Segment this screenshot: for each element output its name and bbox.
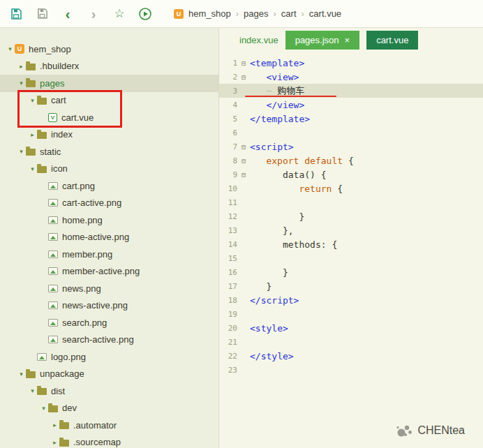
chevron-down-icon[interactable]: ▾ xyxy=(28,165,37,172)
line-number: 12 xyxy=(219,212,237,221)
code-line-22[interactable]: 22</style> xyxy=(219,349,483,363)
tree-item-.automator[interactable]: ▸.automator xyxy=(0,417,218,434)
chevron-right-icon[interactable]: ▸ xyxy=(50,421,59,428)
tree-item-cart[interactable]: ▾cart xyxy=(0,92,218,110)
forward-icon[interactable]: › xyxy=(86,6,101,22)
code-line-18[interactable]: 18</script> xyxy=(219,293,483,307)
line-number: 9 xyxy=(219,170,237,179)
code-line-21[interactable]: 21 xyxy=(219,335,483,349)
tree-item-static[interactable]: ▾static xyxy=(0,143,218,160)
code-line-6[interactable]: 6 xyxy=(219,126,483,140)
code-line-11[interactable]: 11 xyxy=(219,195,483,209)
code-line-content: </view> xyxy=(250,100,304,110)
chevron-down-icon[interactable]: ▾ xyxy=(28,97,37,104)
code-line-23[interactable]: 23 xyxy=(219,363,483,377)
back-icon[interactable]: ‹ xyxy=(60,6,75,22)
line-number: 5 xyxy=(219,114,237,124)
tab-pages.json[interactable]: pages.json× xyxy=(285,31,359,50)
chevron-down-icon[interactable]: ▾ xyxy=(17,148,26,155)
tree-item-cart-active.png[interactable]: cart-active.png xyxy=(0,195,218,212)
breadcrumb-item-cart[interactable]: cart xyxy=(281,8,297,19)
code-line-17[interactable]: 17} xyxy=(219,279,483,293)
tree-item-unpackage[interactable]: ▾unpackage xyxy=(0,366,218,383)
breadcrumb-item-pages[interactable]: pages xyxy=(244,8,268,19)
code-line-14[interactable]: 14methods: { xyxy=(219,237,483,251)
chevron-right-icon[interactable]: ▸ xyxy=(50,439,59,446)
tree-item-label: search.png xyxy=(62,318,107,328)
tree-item-dist[interactable]: ▾dist xyxy=(0,382,218,400)
chevron-right-icon[interactable]: ▸ xyxy=(28,131,37,138)
folder-icon xyxy=(59,422,69,429)
tree-item-cart.vue[interactable]: Vcart.vue xyxy=(0,109,218,126)
tree-item-news.png[interactable]: news.png xyxy=(0,280,218,297)
line-number: 18 xyxy=(219,296,237,305)
code-line-20[interactable]: 20<style> xyxy=(219,321,483,335)
tree-item-.hbuilderx[interactable]: ▸.hbuilderx xyxy=(0,58,218,75)
save-all-icon[interactable] xyxy=(34,6,50,22)
chevron-down-icon[interactable]: ▾ xyxy=(17,80,26,87)
chevron-down-icon[interactable]: ▾ xyxy=(39,405,48,412)
hbuilderx-window: ‹ › ☆ U hem_shop›pages›cart›cart.vue ▾Uh… xyxy=(0,0,483,448)
tab-label: pages.json xyxy=(295,35,339,45)
fold-marker-icon[interactable]: ⊟ xyxy=(237,157,250,165)
close-tab-icon[interactable]: × xyxy=(345,35,350,45)
fold-marker-icon[interactable]: ⊟ xyxy=(237,73,250,81)
code-line-content: methods: { xyxy=(250,239,337,250)
code-line-3[interactable]: 3— 购物车 xyxy=(219,84,483,98)
fold-marker-icon[interactable]: ⊟ xyxy=(237,143,250,151)
code-editor[interactable]: 1⊟<template>2⊟<view>3— 购物车4</view>5</tem… xyxy=(219,52,483,448)
code-line-15[interactable]: 15 xyxy=(219,251,483,265)
tree-item-.sourcemap[interactable]: ▸.sourcemap xyxy=(0,434,218,448)
tree-item-home-active.png[interactable]: home-active.png xyxy=(0,229,218,246)
tree-item-dev[interactable]: ▾dev xyxy=(0,400,218,417)
chevron-down-icon[interactable]: ▾ xyxy=(28,387,37,394)
code-line-content: return { xyxy=(250,184,343,194)
chevron-down-icon[interactable]: ▾ xyxy=(17,371,26,378)
fold-marker-icon[interactable]: ⊟ xyxy=(237,59,250,67)
tree-item-pages[interactable]: ▾pages xyxy=(0,75,218,92)
tree-item-logo.png[interactable]: logo.png xyxy=(0,348,218,366)
fold-marker-icon[interactable]: ⊟ xyxy=(237,171,250,179)
tree-item-search.png[interactable]: search.png xyxy=(0,314,218,331)
tree-item-hem_shop[interactable]: ▾Uhem_shop xyxy=(0,40,218,58)
code-line-5[interactable]: 5</template> xyxy=(219,112,483,126)
tree-item-search-active.png[interactable]: search-active.png xyxy=(0,331,218,349)
code-line-8[interactable]: 8⊟export default { xyxy=(219,154,483,167)
star-icon[interactable]: ☆ xyxy=(112,6,127,22)
tab-index.vue[interactable]: index.vue xyxy=(239,31,278,50)
code-line-19[interactable]: 19 xyxy=(219,307,483,321)
code-token: methods: { xyxy=(283,239,337,250)
code-line-4[interactable]: 4</view> xyxy=(219,98,483,112)
code-line-9[interactable]: 9⊟data() { xyxy=(219,167,483,181)
tree-item-member.png[interactable]: member.png xyxy=(0,246,218,263)
chevron-down-icon[interactable]: ▾ xyxy=(6,45,15,52)
tree-item-member-active.png[interactable]: member-active.png xyxy=(0,263,218,281)
save-icon[interactable] xyxy=(8,6,24,22)
tab-cart.vue[interactable]: cart.vue xyxy=(366,31,418,50)
chevron-right-icon[interactable]: ▸ xyxy=(17,63,26,70)
tree-item-index[interactable]: ▸index xyxy=(0,126,218,144)
line-number: 21 xyxy=(219,338,237,347)
run-icon[interactable] xyxy=(138,6,153,22)
tree-item-cart.png[interactable]: cart.png xyxy=(0,177,218,195)
code-line-12[interactable]: 12} xyxy=(219,209,483,223)
image-icon xyxy=(48,216,58,224)
code-line-16[interactable]: 16} xyxy=(219,265,483,279)
code-token: </view> xyxy=(266,100,304,110)
code-token: } xyxy=(266,281,272,292)
folder-icon xyxy=(26,80,36,87)
breadcrumb-item-cart.vue[interactable]: cart.vue xyxy=(309,8,341,19)
code-line-1[interactable]: 1⊟<template> xyxy=(219,56,483,70)
code-line-7[interactable]: 7⊟<script> xyxy=(219,140,483,154)
tree-item-news-active.png[interactable]: news-active.png xyxy=(0,297,218,315)
breadcrumb-item-hem_shop[interactable]: hem_shop xyxy=(188,8,231,19)
tree-item-icon[interactable]: ▾icon xyxy=(0,160,218,178)
tab-label: cart.vue xyxy=(376,35,408,45)
tree-item-home.png[interactable]: home.png xyxy=(0,211,218,229)
code-token: <view> xyxy=(266,72,299,82)
code-line-2[interactable]: 2⊟<view> xyxy=(219,70,483,84)
image-icon xyxy=(48,319,58,327)
line-number: 11 xyxy=(219,198,237,207)
code-line-13[interactable]: 13}, xyxy=(219,223,483,237)
code-line-10[interactable]: 10return { xyxy=(219,181,483,195)
